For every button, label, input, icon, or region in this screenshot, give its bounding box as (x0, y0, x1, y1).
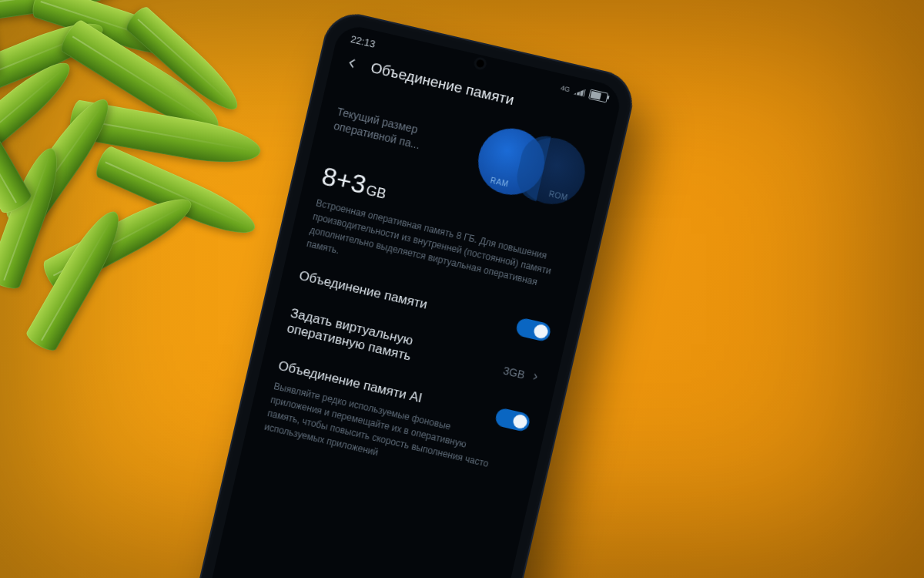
signal-icon (574, 86, 586, 96)
photo-scene: 22:13 4G Объединение памяти Текущи (0, 0, 924, 578)
status-time: 22:13 (350, 33, 377, 50)
virtual-ram-value: 3GB (502, 365, 526, 381)
memory-value-number: 8+3 (320, 161, 370, 200)
chevron-right-icon (529, 371, 541, 385)
memory-fusion-toggle[interactable] (515, 317, 552, 342)
battery-icon (588, 89, 608, 102)
status-network-label: 4G (560, 83, 571, 92)
back-button[interactable] (342, 53, 362, 73)
memory-value-unit: GB (364, 183, 387, 202)
ai-fusion-toggle[interactable] (494, 407, 531, 432)
current-size-label: Текущий размер оперативной па... (333, 105, 452, 160)
chevron-left-icon (344, 55, 361, 72)
